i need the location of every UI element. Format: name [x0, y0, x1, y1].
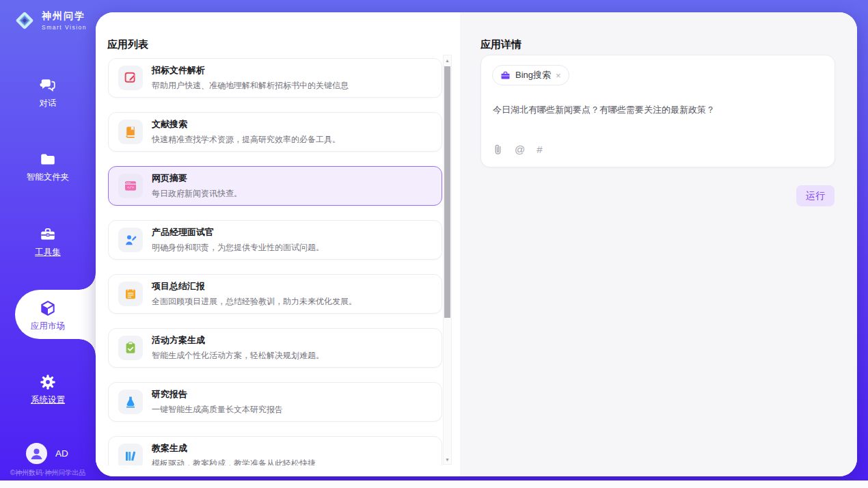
books-icon	[118, 444, 143, 465]
app-card-title: 文献搜索	[152, 118, 340, 131]
avatar	[26, 443, 47, 464]
app-list-panel: 应用列表 招标文件解析 帮助用户快速、准确地理解和解析招标书中的关键信息	[96, 12, 460, 476]
app-card-bid-document-analysis[interactable]: 招标文件解析 帮助用户快速、准确地理解和解析招标书中的关键信息	[108, 58, 442, 98]
browser-code-icon: </>	[118, 174, 143, 198]
svg-text:</>: </>	[127, 185, 135, 190]
run-button[interactable]: 运行	[796, 185, 835, 206]
folder-icon	[0, 150, 96, 168]
app-card-desc: 快速精准查找学术资源，提高研究效率的必备工具。	[152, 134, 340, 146]
sidebar-item-label: 对话	[0, 98, 96, 109]
briefcase-icon	[500, 70, 511, 81]
app-card-web-summary[interactable]: </> 网页摘要 每日政府新闻资讯快查。	[108, 166, 442, 206]
bottom-strip	[0, 480, 868, 488]
app-card-pm-interviewer[interactable]: 产品经理面试官 明确身份和职责，为您提供专业性的面试问题。	[108, 220, 442, 260]
app-card-lesson-plan[interactable]: 教案生成 模板驱动，教案秒成，教学准备从此轻松快捷	[108, 436, 442, 465]
tool-tag-bing-search[interactable]: Bing搜索 ×	[492, 65, 569, 85]
app-card-desc: 每日政府新闻资讯快查。	[152, 188, 242, 200]
research-flask-icon	[118, 390, 143, 414]
app-card-project-summary[interactable]: 项目总结汇报 全面回顾项目进展，总结经验教训，助力未来优化发展。	[108, 274, 442, 314]
user-icon	[26, 443, 47, 464]
diamond-logo-icon	[12, 8, 37, 33]
app-list-title: 应用列表	[107, 38, 148, 51]
sidebar-item-label: 应用市场	[0, 321, 96, 332]
brand-logo: 神州问学 Smart Vision	[12, 8, 87, 33]
app-card-title: 项目总结汇报	[152, 280, 357, 293]
cube-icon	[0, 299, 96, 317]
app-card-event-plan[interactable]: 活动方案生成 智能生成个性化活动方案，轻松解决规划难题。	[108, 328, 442, 368]
app-card-title: 教案生成	[152, 442, 316, 455]
sidebar-item-chat[interactable]: 对话	[0, 77, 96, 109]
input-toolbar: @ #	[493, 144, 543, 155]
app-card-desc: 智能生成个性化活动方案，轻松解决规划难题。	[152, 350, 324, 362]
hash-icon[interactable]: #	[537, 144, 542, 154]
app-card-desc: 一键智能生成高质量长文本研究报告	[152, 404, 283, 416]
sidebar-item-label: 系统设置	[0, 394, 96, 406]
app-card-title: 招标文件解析	[152, 64, 349, 77]
list-scrollbar[interactable]: ▲ ▼	[443, 55, 452, 465]
app-card-desc: 模板驱动，教案秒成，教学准备从此轻松快捷	[152, 458, 316, 465]
user-initials: AD	[55, 448, 68, 459]
gear-icon	[0, 373, 96, 391]
app-card-title: 产品经理面试官	[152, 226, 324, 239]
sidebar-item-label: 智能文件夹	[0, 172, 96, 183]
app-card-desc: 全面回顾项目进展，总结经验教训，助力未来优化发展。	[152, 296, 357, 308]
brand-title: 神州问学	[42, 10, 87, 23]
sidebar-item-label: 工具集	[0, 247, 96, 258]
app-card-research-report[interactable]: 研究报告 一键智能生成高质量长文本研究报告	[108, 382, 442, 422]
sidebar-item-smart-folder[interactable]: 智能文件夹	[0, 150, 96, 183]
close-icon[interactable]: ×	[556, 70, 561, 81]
sidebar-item-settings[interactable]: 系统设置	[0, 373, 96, 406]
main-content: 应用列表 招标文件解析 帮助用户快速、准确地理解和解析招标书中的关键信息	[96, 12, 857, 476]
mention-icon[interactable]: @	[515, 144, 525, 154]
chat-icon	[0, 77, 96, 94]
book-icon	[118, 120, 143, 144]
user-account[interactable]: AD	[26, 443, 68, 464]
scrollbar-thumb[interactable]	[444, 66, 450, 318]
toolbox-icon	[0, 226, 96, 243]
app-card-title: 网页摘要	[152, 172, 242, 185]
brand-subtitle: Smart Vision	[42, 24, 87, 31]
report-note-icon	[118, 282, 143, 306]
interviewer-icon	[118, 228, 143, 252]
sidebar-footer: ©神州数码·神州问学出品	[0, 468, 96, 478]
sidebar: 神州问学 Smart Vision 对话 智能文件夹	[0, 0, 96, 480]
app-card-desc: 明确身份和职责，为您提供专业性的面试问题。	[152, 242, 324, 254]
document-edit-icon	[118, 66, 143, 90]
scrollbar-down-icon[interactable]: ▼	[444, 455, 451, 463]
paperclip-icon[interactable]	[493, 144, 503, 155]
clipboard-check-icon	[118, 336, 143, 360]
sidebar-item-toolset[interactable]: 工具集	[0, 226, 96, 258]
query-text[interactable]: 今日湖北有哪些新闻要点？有哪些需要关注的最新政策？	[493, 103, 821, 117]
scrollbar-up-icon[interactable]: ▲	[444, 56, 451, 64]
app-card-title: 活动方案生成	[152, 334, 324, 347]
app-card-title: 研究报告	[152, 388, 283, 401]
query-input-card[interactable]: Bing搜索 × 今日湖北有哪些新闻要点？有哪些需要关注的最新政策？ @ #	[480, 55, 835, 167]
tool-tag-label: Bing搜索	[515, 69, 551, 81]
app-window: 神州问学 Smart Vision 对话 智能文件夹	[0, 0, 868, 480]
sidebar-item-app-market[interactable]: 应用市场	[0, 299, 96, 332]
app-card-desc: 帮助用户快速、准确地理解和解析招标书中的关键信息	[152, 80, 349, 92]
app-card-literature-search[interactable]: 文献搜索 快速精准查找学术资源，提高研究效率的必备工具。	[108, 112, 442, 152]
app-detail-title: 应用详情	[480, 38, 521, 51]
app-detail-panel: 应用详情 Bing搜索 × 今日湖北有哪些新闻要点？有哪些需要关注的最新政策？	[460, 12, 857, 476]
app-card-list: 招标文件解析 帮助用户快速、准确地理解和解析招标书中的关键信息 文献搜索	[108, 58, 442, 465]
